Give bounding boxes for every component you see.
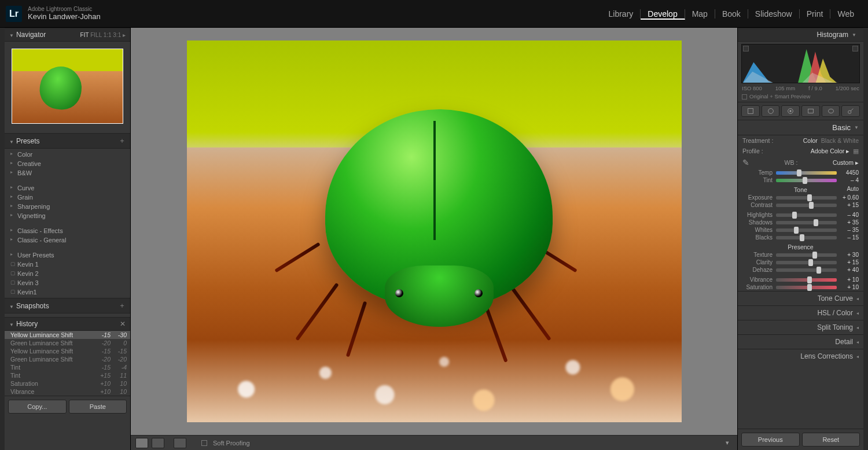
preset-creative[interactable]: Creative — [5, 159, 130, 168]
nav-3to1[interactable]: 3:1 — [113, 32, 121, 38]
module-slideshow[interactable]: Slideshow — [748, 9, 800, 19]
preset-kevin3[interactable]: Kevin 3 — [5, 278, 130, 287]
slider-blacks[interactable]: Blacks– 15 — [738, 234, 863, 241]
preset-bw[interactable]: B&W — [5, 168, 130, 178]
treatment-color[interactable]: Color — [803, 137, 818, 144]
slider-highlights[interactable]: Highlights– 40 — [738, 211, 863, 219]
slider-texture[interactable]: Texture+ 30 — [738, 251, 863, 259]
app-logo: Lr — [6, 6, 22, 22]
preset-classic-effects[interactable]: Classic - Effects — [5, 226, 130, 235]
slider-clarity[interactable]: Clarity+ 15 — [738, 259, 863, 266]
toolbar-expand-icon[interactable]: ▾ — [722, 439, 733, 447]
history-list: Yellow Luminance Shift-15-30Green Lumina… — [5, 331, 130, 396]
photo — [187, 40, 682, 422]
preset-kevin1[interactable]: Kevin 1 — [5, 260, 130, 269]
panel-detail[interactable]: Detail◂ — [738, 334, 863, 349]
grad-tool-icon[interactable] — [801, 105, 820, 117]
previous-button[interactable]: Previous — [741, 433, 800, 447]
history-row[interactable]: Yellow Luminance Shift-15-15 — [5, 347, 130, 355]
slider-shadows[interactable]: Shadows+ 35 — [738, 219, 863, 226]
slider-tint[interactable]: Tint– 4 — [738, 176, 863, 184]
histogram-header[interactable]: Histogram▼ — [738, 28, 863, 42]
slider-saturation[interactable]: Saturation+ 10 — [738, 283, 863, 291]
module-book[interactable]: Book — [715, 9, 748, 19]
add-preset-button[interactable]: ＋ — [119, 136, 126, 146]
panel-split-toning[interactable]: Split Toning◂ — [738, 320, 863, 334]
loupe-view-button[interactable] — [135, 438, 148, 448]
radial-tool-icon[interactable] — [822, 105, 840, 117]
view-toolbar: Soft Proofing ▾ — [131, 435, 737, 450]
snapshots-header[interactable]: ▼Snapshots ＋ — [5, 298, 130, 313]
wb-eyedropper-icon[interactable]: ✎ — [742, 158, 749, 167]
presence-section: Presence — [738, 241, 863, 251]
slider-exposure[interactable]: Exposure+ 0.60 — [738, 194, 863, 201]
history-row[interactable]: Green Luminance Shift-200 — [5, 339, 130, 347]
basic-header[interactable]: Basic▼ — [738, 120, 863, 135]
navigator-thumbnail[interactable] — [12, 49, 123, 124]
presets-header[interactable]: ▼Presets ＋ — [5, 133, 130, 149]
profile-grid-icon[interactable]: ▦ — [853, 147, 859, 154]
brush-tool-icon[interactable] — [841, 105, 860, 117]
module-web[interactable]: Web — [830, 9, 861, 19]
paste-button[interactable]: Paste — [69, 400, 127, 414]
preset-kevin2[interactable]: Kevin 2 — [5, 269, 130, 278]
spot-tool-icon[interactable] — [762, 105, 780, 117]
panel-hsl-color[interactable]: HSL / Color◂ — [738, 305, 863, 320]
slider-dehaze[interactable]: Dehaze+ 40 — [738, 266, 863, 274]
redeye-tool-icon[interactable] — [781, 105, 800, 117]
clear-history-button[interactable]: ✕ — [120, 320, 126, 328]
history-row[interactable]: Tint-15-4 — [5, 363, 130, 371]
left-strip[interactable] — [0, 28, 5, 450]
auto-button[interactable]: Auto — [847, 186, 859, 192]
histogram[interactable] — [741, 44, 860, 83]
module-print[interactable]: Print — [800, 9, 831, 19]
right-strip[interactable] — [863, 28, 868, 450]
module-map[interactable]: Map — [685, 9, 715, 19]
slider-vibrance[interactable]: Vibrance+ 10 — [738, 276, 863, 283]
before-after-lr-button[interactable] — [152, 438, 164, 448]
history-row[interactable]: Green Luminance Shift-20-20 — [5, 355, 130, 363]
history-row[interactable]: Yellow Luminance Shift-15-30 — [5, 331, 130, 339]
preset-curve[interactable]: Curve — [5, 183, 130, 193]
treatment-label: Treatment : — [742, 137, 773, 144]
module-develop[interactable]: Develop — [641, 9, 685, 20]
slider-temp[interactable]: Temp4450 — [738, 169, 863, 176]
slider-contrast[interactable]: Contrast+ 15 — [738, 201, 863, 209]
before-after-tb-button[interactable] — [174, 438, 186, 448]
nav-fill[interactable]: FILL — [90, 32, 102, 38]
preset-user-header[interactable]: User Presets — [5, 250, 130, 260]
preset-color[interactable]: Color — [5, 150, 130, 159]
top-bar: Lr Adobe Lightroom Classic Kevin Landwer… — [0, 0, 868, 28]
navigator-header[interactable]: ▼Navigator FIT FILL 1:1 3:1 ▸ — [5, 28, 130, 42]
preset-kevin1b[interactable]: Kevin1 — [5, 287, 130, 297]
image-canvas[interactable] — [131, 28, 737, 435]
profile-label: Profile : — [742, 147, 763, 154]
nav-fit[interactable]: FIT — [80, 32, 89, 38]
history-row[interactable]: Saturation+1010 — [5, 379, 130, 388]
history-row[interactable]: Vibrance+1010 — [5, 388, 130, 396]
module-library[interactable]: Library — [602, 9, 641, 19]
reset-button[interactable]: Reset — [802, 433, 860, 447]
wb-select[interactable]: Custom ▸ — [833, 159, 859, 166]
treatment-bw[interactable]: Black & White — [821, 137, 859, 144]
preset-vignetting[interactable]: Vignetting — [5, 211, 130, 220]
svg-rect-0 — [748, 109, 753, 114]
soft-proof-checkbox[interactable] — [201, 440, 207, 446]
history-header[interactable]: ▼History ✕ — [5, 317, 130, 331]
copy-button[interactable]: Copy... — [8, 400, 67, 414]
panel-tone-curve[interactable]: Tone Curve◂ — [738, 291, 863, 305]
nav-1to1[interactable]: 1:1 — [104, 32, 112, 38]
preset-sharpening[interactable]: Sharpening — [5, 202, 130, 211]
svg-point-3 — [789, 110, 792, 112]
crop-tool-icon[interactable] — [741, 105, 760, 117]
add-snapshot-button[interactable]: ＋ — [119, 301, 126, 311]
tone-section: ToneAuto — [738, 184, 863, 194]
profile-select[interactable]: Adobe Color ▸ — [811, 147, 849, 154]
history-row[interactable]: Tint+1511 — [5, 371, 130, 379]
panel-lens-corrections[interactable]: Lens Corrections◂ — [738, 349, 863, 363]
slider-whites[interactable]: Whites– 35 — [738, 226, 863, 234]
svg-point-1 — [768, 109, 773, 114]
preset-grain[interactable]: Grain — [5, 193, 130, 202]
triangle-down-icon: ▼ — [9, 33, 14, 38]
preset-classic-general[interactable]: Classic - General — [5, 235, 130, 245]
